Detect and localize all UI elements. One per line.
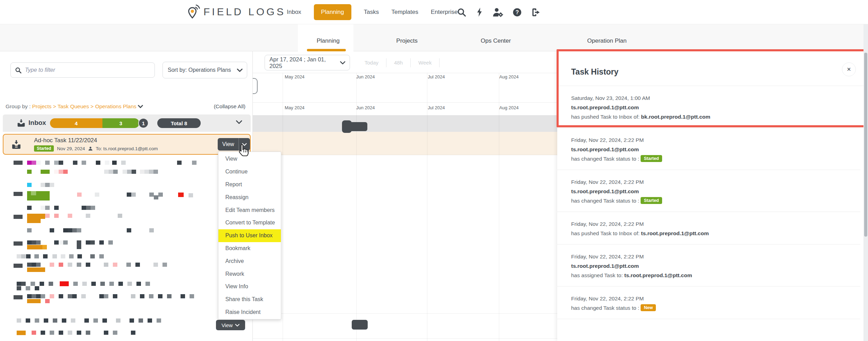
nav-item[interactable]: Inbox <box>287 9 301 16</box>
minimap-cell <box>50 183 54 187</box>
minimap-cell <box>140 170 144 174</box>
minimap-cell <box>132 170 136 174</box>
nav-item[interactable]: Templates <box>391 9 418 16</box>
view-button[interactable]: View <box>218 138 239 151</box>
menu-item[interactable]: Push to User Inbox <box>218 229 281 242</box>
minimap-cell <box>17 286 21 290</box>
timeline-grid-line <box>499 73 499 341</box>
menu-item[interactable]: Continue <box>218 165 281 178</box>
lightning-icon[interactable] <box>476 7 483 17</box>
month-label: May 2024 <box>285 105 356 110</box>
menu-item[interactable]: Edit Team members <box>218 204 281 216</box>
search-input[interactable] <box>25 67 150 73</box>
view-button-bottom[interactable]: View <box>216 320 245 330</box>
inbox-group-label: Inbox <box>28 119 46 127</box>
scrollbar-thumb[interactable] <box>864 53 867 237</box>
minimap-cell <box>59 161 63 165</box>
tab-operation-plan[interactable]: Operation Plan <box>587 37 626 44</box>
minimap-cell <box>139 318 143 323</box>
minimap-cell <box>34 254 39 258</box>
minimap-cell <box>96 161 100 165</box>
menu-item[interactable]: View Info <box>218 280 281 293</box>
history-entry-date: Friday, Nov 22, 2024, 2:22 PM <box>571 294 846 303</box>
history-entry-date: Friday, Nov 22, 2024, 2:22 PM <box>571 177 846 187</box>
task-card[interactable]: Ad-hoc Task 11/22/2024 Started Nov 29, 2… <box>3 134 251 155</box>
minimap-cell <box>81 294 86 298</box>
scrollbar[interactable] <box>863 24 868 341</box>
logout-icon[interactable] <box>531 8 541 17</box>
search-icon[interactable] <box>457 8 466 17</box>
menu-item[interactable]: Bookmark <box>218 242 281 255</box>
minimap-cell <box>68 228 72 232</box>
help-icon[interactable]: ? <box>512 8 522 17</box>
minimap-cell <box>104 294 108 298</box>
group-by-path[interactable]: Projects > Task Queues > Operations Plan… <box>32 103 136 110</box>
panel-collapse-handle[interactable] <box>253 78 258 94</box>
minimap-cell <box>127 193 131 197</box>
minimap-cell <box>17 318 21 323</box>
chevron-down-icon[interactable] <box>236 120 242 124</box>
user-admin-icon[interactable] <box>493 8 503 17</box>
tab-planning[interactable]: Planning <box>317 37 340 44</box>
svg-text:?: ? <box>516 9 519 15</box>
minimap-cell <box>54 170 59 174</box>
tab-projects[interactable]: Projects <box>396 37 417 44</box>
zoom-48h-button[interactable]: 48h <box>386 60 410 66</box>
minimap-cell <box>27 161 32 165</box>
minimap-cell <box>149 170 153 174</box>
menu-item[interactable]: Convert to Template <box>218 216 281 229</box>
gantt-timeline: Apr 17, 2024 ; Jan 01, 2025 Today 48h We… <box>253 51 557 341</box>
collapse-all-button[interactable]: (Collapse All) <box>214 103 245 110</box>
minimap-cell <box>69 254 74 258</box>
close-button[interactable]: ✕ <box>842 62 856 76</box>
minimap-cell <box>41 331 45 335</box>
history-entry-action: has assigned Task to: ts.root.preprod.1@… <box>571 271 846 280</box>
menu-item[interactable]: Archive <box>218 255 281 267</box>
nav-item[interactable]: Enterprise <box>431 9 458 16</box>
minimap-cell <box>50 263 54 267</box>
month-label: May 2024 <box>285 74 356 79</box>
zoom-week-button[interactable]: Week <box>411 60 439 66</box>
menu-item[interactable]: Rework <box>218 267 281 280</box>
minimap-cell <box>32 294 36 298</box>
minimap-cell <box>45 161 50 165</box>
menu-item[interactable]: View <box>218 153 281 165</box>
minimap-cell <box>158 193 163 197</box>
menu-item[interactable]: Reassign <box>218 191 281 204</box>
status-badge: Started <box>641 197 662 204</box>
menu-item[interactable]: Raise Incident <box>218 306 281 319</box>
minimap-cell <box>61 254 65 258</box>
menu-item[interactable]: Share this Task <box>218 293 281 306</box>
inbox-icon <box>17 119 26 128</box>
gantt-task-bar[interactable] <box>347 122 367 131</box>
minimap-cell <box>27 267 45 272</box>
inbox-row-band <box>253 115 557 132</box>
timeline-grid-line <box>356 73 357 341</box>
nav-item[interactable]: Planning <box>314 4 351 20</box>
minimap-cell <box>68 214 72 218</box>
minimap-cell <box>140 294 144 298</box>
main-nav: Inbox Planning Tasks Templates Enterpris… <box>287 0 458 24</box>
minimap-cell <box>32 263 36 267</box>
minimap-cell <box>59 263 63 267</box>
minimap-cell <box>14 264 23 268</box>
history-entry-date: Friday, Nov 22, 2024, 2:22 PM <box>571 135 846 145</box>
gantt-task-bar[interactable] <box>352 320 368 330</box>
view-dropdown-toggle[interactable] <box>239 138 250 151</box>
nav-item[interactable]: Tasks <box>364 9 379 16</box>
task-minimap <box>0 51 253 341</box>
menu-item[interactable]: Report <box>218 178 281 191</box>
minimap-cell <box>27 228 32 232</box>
tab-ops-center[interactable]: Ops Center <box>481 37 511 44</box>
group-by-control[interactable]: Group by : Projects > Task Queues > Oper… <box>6 103 143 110</box>
date-range-dropdown[interactable]: Apr 17, 2024 ; Jan 01, 2025 <box>265 55 350 70</box>
timeline-grid-line <box>253 338 557 339</box>
inbox-group-row[interactable]: Inbox 4 3 1 Total 8 <box>3 114 251 132</box>
minimap-cell <box>181 294 185 298</box>
zoom-today-button[interactable]: Today <box>357 60 386 66</box>
history-entry-target: bk.root.preprod.1@ptt.com <box>641 114 710 120</box>
sort-dropdown[interactable]: Sort by: Operations Plans <box>162 62 247 78</box>
minimap-cell <box>158 294 162 298</box>
month-label: Jul 2024 <box>428 74 499 79</box>
timeline-zoom-buttons: Today 48h Week <box>357 55 440 70</box>
